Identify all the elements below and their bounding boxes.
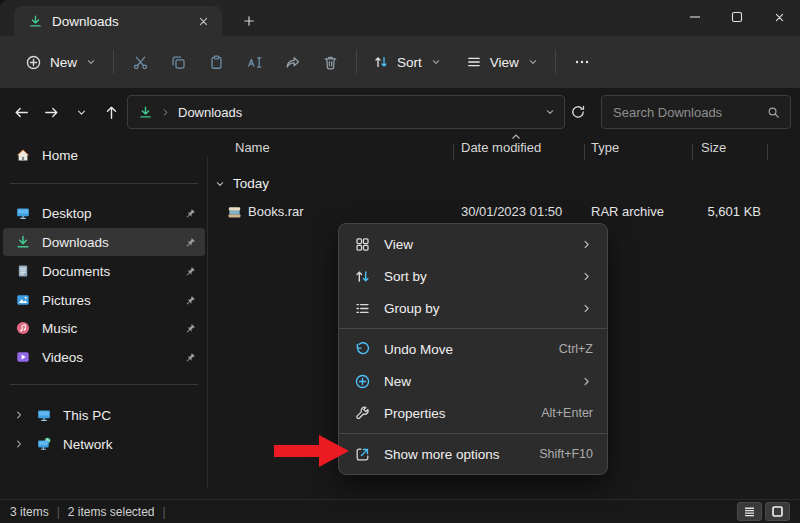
group-header-today[interactable]: Today <box>214 176 269 191</box>
column-header-type[interactable]: Type <box>591 140 619 155</box>
show-more-options-icon <box>354 446 371 463</box>
forward-button[interactable] <box>38 98 65 126</box>
desktop-icon <box>15 205 31 221</box>
menu-item-sort-by[interactable]: Sort by <box>343 260 603 292</box>
submenu-chevron-icon <box>580 238 593 251</box>
address-bar[interactable]: Downloads <box>127 95 565 129</box>
sidebar-item-documents[interactable]: Documents <box>3 257 205 285</box>
tab-title: Downloads <box>52 14 183 29</box>
sidebar-item-label: Desktop <box>42 206 173 221</box>
undo-icon <box>354 341 371 358</box>
large-icons-view-toggle[interactable] <box>765 502 790 521</box>
chevron-down-icon <box>527 56 539 68</box>
paste-icon <box>208 54 225 71</box>
minimize-button[interactable] <box>674 0 716 34</box>
grid-view-icon <box>354 236 371 253</box>
expand-chevron-icon[interactable] <box>13 438 25 450</box>
downloads-icon <box>138 105 153 120</box>
collapse-chevron-icon[interactable] <box>214 178 226 190</box>
refresh-button[interactable] <box>562 97 594 127</box>
column-divider[interactable] <box>692 144 693 160</box>
refresh-icon <box>570 104 586 120</box>
group-label: Today <box>233 176 269 191</box>
sidebar-item-network[interactable]: Network <box>3 430 205 458</box>
view-button[interactable]: View <box>457 47 548 77</box>
window-controls <box>674 0 800 34</box>
menu-item-label: New <box>384 374 567 389</box>
new-button[interactable]: New <box>16 47 106 78</box>
sidebar-item-desktop[interactable]: Desktop <box>3 199 205 227</box>
copy-icon <box>170 54 187 71</box>
close-window-button[interactable] <box>758 0 800 34</box>
search-icon[interactable] <box>766 105 781 120</box>
column-divider[interactable] <box>584 144 585 160</box>
details-view-icon <box>743 505 756 518</box>
view-lines-icon <box>466 54 482 70</box>
tab-close-button[interactable] <box>192 10 214 32</box>
menu-item-show-more-options[interactable]: Show more options Shift+F10 <box>343 438 603 470</box>
paste-button[interactable] <box>197 45 235 79</box>
downloads-icon <box>28 14 43 29</box>
sidebar-item-pictures[interactable]: Pictures <box>3 286 205 314</box>
submenu-chevron-icon <box>580 375 593 388</box>
column-header-name[interactable]: Name <box>235 140 270 155</box>
menu-item-group-by[interactable]: Group by <box>343 292 603 324</box>
address-dropdown-icon[interactable] <box>544 106 556 118</box>
menu-item-undo-move[interactable]: Undo Move Ctrl+Z <box>343 333 603 365</box>
back-button[interactable] <box>8 98 35 126</box>
menu-item-shortcut: Alt+Enter <box>541 406 593 420</box>
submenu-chevron-icon <box>580 302 593 315</box>
view-button-label: View <box>490 55 519 70</box>
column-divider[interactable] <box>767 144 768 160</box>
sort-button[interactable]: Sort <box>364 47 451 77</box>
navigation-pane: Home Desktop Downloads Documents Picture… <box>0 136 208 499</box>
search-box <box>601 95 791 129</box>
chevron-down-icon <box>75 106 88 119</box>
toolbar-separator <box>113 50 114 74</box>
items-count: 3 items <box>10 505 49 519</box>
sidebar-item-home[interactable]: Home <box>3 141 205 169</box>
menu-item-label: View <box>384 237 567 252</box>
pin-icon <box>184 322 197 335</box>
forward-icon <box>43 104 60 121</box>
sidebar-item-this-pc[interactable]: This PC <box>3 401 205 429</box>
menu-item-new[interactable]: New <box>343 365 603 397</box>
menu-separator <box>339 433 607 434</box>
new-button-label: New <box>50 55 77 70</box>
sidebar-item-videos[interactable]: Videos <box>3 343 205 371</box>
copy-button[interactable] <box>159 45 197 79</box>
plus-circle-icon <box>25 54 42 71</box>
breadcrumb-location[interactable]: Downloads <box>178 105 537 120</box>
file-explorer-window: Downloads New Sort <box>0 0 800 523</box>
up-button[interactable] <box>98 98 125 126</box>
sidebar-item-music[interactable]: Music <box>3 314 205 342</box>
close-icon <box>773 11 786 24</box>
file-name[interactable]: Books.rar <box>248 204 304 219</box>
details-view-toggle[interactable] <box>737 502 762 521</box>
share-button[interactable] <box>273 45 311 79</box>
column-header-size[interactable]: Size <box>701 140 726 155</box>
menu-item-label: Properties <box>384 406 528 421</box>
music-icon <box>15 320 31 336</box>
file-date-modified: 30/01/2023 01:50 <box>461 204 562 219</box>
menu-item-properties[interactable]: Properties Alt+Enter <box>343 397 603 429</box>
back-icon <box>13 104 30 121</box>
sidebar-item-downloads[interactable]: Downloads <box>3 228 205 256</box>
cut-button[interactable] <box>121 45 159 79</box>
column-divider[interactable] <box>453 144 454 160</box>
recent-locations-button[interactable] <box>68 98 95 126</box>
menu-item-view[interactable]: View <box>343 228 603 260</box>
more-options-button[interactable] <box>563 45 601 79</box>
breadcrumb-chevron-icon <box>160 107 171 118</box>
new-tab-button[interactable] <box>236 9 262 33</box>
expand-chevron-icon[interactable] <box>13 409 25 421</box>
delete-button[interactable] <box>311 45 349 79</box>
group-by-icon <box>354 300 371 317</box>
tab-downloads[interactable]: Downloads <box>14 6 222 36</box>
column-header-date-modified[interactable]: Date modified <box>461 140 541 155</box>
network-icon <box>36 436 52 452</box>
rename-button[interactable] <box>235 45 273 79</box>
downloads-icon <box>15 234 31 250</box>
search-input[interactable] <box>613 105 766 120</box>
maximize-button[interactable] <box>716 0 758 34</box>
